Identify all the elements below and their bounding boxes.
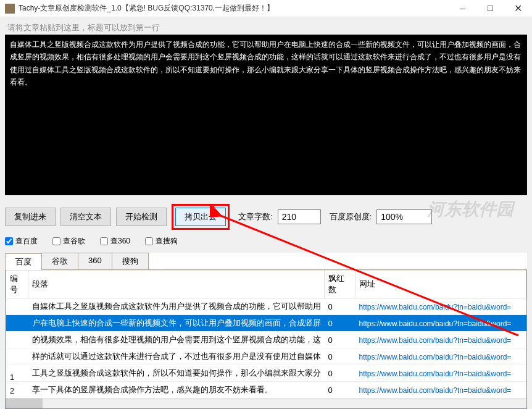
- cell-url: https://www.baidu.com/baidu?tn=baidu&wor…: [355, 348, 526, 365]
- window-controls: ─ ☐ ✕: [449, 0, 532, 17]
- tab-baidu[interactable]: 百度: [5, 253, 42, 270]
- cell-num: [6, 348, 28, 365]
- maximize-button[interactable]: ☐: [476, 0, 504, 17]
- table-row[interactable]: 工具之竖版视频合成这款软件的，所以不知道要如何操作，那么小编就来跟大家分0htt…: [6, 365, 526, 382]
- cell-red: 0: [325, 382, 355, 398]
- cell-para: 自媒体工具之竖版视频合成这款软件为用户提供了视频合成的功能，它可以帮助用: [28, 298, 325, 315]
- result-link[interactable]: https://www.baidu.com/baidu?tn=baidu&wor…: [359, 353, 512, 361]
- cell-para: 享一下具体的竖屏视频合成操作方法吧，感兴趣的朋友不妨来看看。: [28, 382, 325, 398]
- article-content: 自媒体工具之竖版视频合成这款软件为用户提供了视频合成的功能，它可以帮助用户在电脑…: [10, 38, 522, 89]
- table-row[interactable]: 的视频效果，相信有很多处理视频的用户会需要用到这个竖屏视频合成的功能，这0htt…: [6, 332, 526, 348]
- results-table-wrap: 编号 段落 飘红数 网址 自媒体工具之竖版视频合成这款软件为用户提供了视频合成的…: [5, 270, 527, 409]
- row-number: 1: [6, 370, 18, 384]
- button-row: 复制进来 清空文本 开始检测 拷贝出去 文章字数: 百度原创度:: [5, 204, 527, 230]
- col-header-red[interactable]: 飘红数: [325, 271, 355, 298]
- cell-num: [6, 332, 28, 348]
- cell-red: 0: [325, 365, 355, 382]
- col-header-num[interactable]: 编号: [6, 271, 28, 298]
- cell-para: 户在电脑上快速的合成一些新的视频文件，可以让用户叠加视频的画面，合成竖屏: [28, 315, 325, 332]
- scrollbar-track: [6, 398, 526, 408]
- extra-row-numbers: 12: [6, 370, 18, 397]
- cell-red: 0: [325, 315, 355, 332]
- minimize-button[interactable]: ─: [449, 0, 476, 17]
- checkbox-row: 查百度 查谷歌 查360 查搜狗: [5, 236, 527, 247]
- table-row[interactable]: 自媒体工具之竖版视频合成这款软件为用户提供了视频合成的功能，它可以帮助用0htt…: [6, 298, 526, 315]
- check-sogou-box[interactable]: [145, 237, 153, 245]
- word-count-label: 文章字数:: [238, 211, 273, 222]
- cell-para: 工具之竖版视频合成这款软件的，所以不知道要如何操作，那么小编就来跟大家分: [28, 365, 325, 382]
- results-table: 编号 段落 飘红数 网址 自媒体工具之竖版视频合成这款软件为用户提供了视频合成的…: [6, 270, 526, 398]
- close-button[interactable]: ✕: [504, 0, 532, 17]
- table-row[interactable]: 样的话就可以通过这款软件来进行合成了，不过也有很多用户是没有使用过自媒体0htt…: [6, 348, 526, 365]
- cell-red: 0: [325, 348, 355, 365]
- cell-para: 样的话就可以通过这款软件来进行合成了，不过也有很多用户是没有使用过自媒体: [28, 348, 325, 365]
- check-google-box[interactable]: [52, 237, 60, 245]
- result-tabs: 百度 谷歌 360 搜狗: [5, 253, 527, 270]
- article-textarea[interactable]: 自媒体工具之竖版视频合成这款软件为用户提供了视频合成的功能，它可以帮助用户在电脑…: [5, 35, 527, 195]
- copy-out-button[interactable]: 拷贝出去: [175, 208, 226, 226]
- start-detect-button[interactable]: 开始检测: [116, 208, 167, 226]
- window-title: Tachy-文章原创度检测软件_1.0【紧急! BUG反馈QQ:31370,一起…: [19, 3, 449, 14]
- cell-para: 的视频效果，相信有很多处理视频的用户会需要用到这个竖屏视频合成的功能，这: [28, 332, 325, 348]
- cell-red: 0: [325, 332, 355, 348]
- check-360[interactable]: 查360: [100, 236, 130, 247]
- baidu-original-value[interactable]: [376, 209, 432, 224]
- row-number: 2: [6, 384, 18, 397]
- copy-in-button[interactable]: 复制进来: [5, 208, 56, 226]
- clear-button[interactable]: 清空文本: [60, 208, 111, 226]
- scrollbar-thumb[interactable]: [6, 398, 43, 408]
- app-icon: [5, 4, 15, 14]
- cell-num: [6, 298, 28, 315]
- check-baidu-box[interactable]: [5, 237, 13, 245]
- highlight-annotation: 拷贝出去: [172, 204, 230, 230]
- cell-red: 0: [325, 298, 355, 315]
- cell-url: https://www.baidu.com/baidu?tn=baidu&wor…: [355, 365, 526, 382]
- check-sogou[interactable]: 查搜狗: [145, 236, 178, 247]
- horizontal-scrollbar[interactable]: [6, 398, 526, 408]
- cell-url: https://www.baidu.com/baidu?tn=baidu&wor…: [355, 332, 526, 348]
- col-header-para[interactable]: 段落: [28, 271, 325, 298]
- result-link[interactable]: https://www.baidu.com/baidu?tn=baidu&wor…: [359, 319, 512, 328]
- cell-url: https://www.baidu.com/baidu?tn=baidu&wor…: [355, 315, 526, 332]
- result-link[interactable]: https://www.baidu.com/baidu?tn=baidu&wor…: [359, 386, 512, 395]
- tab-360[interactable]: 360: [78, 253, 112, 269]
- check-google[interactable]: 查谷歌: [52, 236, 85, 247]
- word-count-value[interactable]: [278, 209, 321, 224]
- tab-sogou[interactable]: 搜狗: [112, 253, 149, 269]
- cell-url: https://www.baidu.com/baidu?tn=baidu&wor…: [355, 382, 526, 398]
- col-header-url[interactable]: 网址: [355, 271, 526, 298]
- table-row[interactable]: 户在电脑上快速的合成一些新的视频文件，可以让用户叠加视频的画面，合成竖屏0htt…: [6, 315, 526, 332]
- paste-placeholder: 请将文章粘贴到这里，标题可以放到第一行: [5, 21, 527, 35]
- table-body: 自媒体工具之竖版视频合成这款软件为用户提供了视频合成的功能，它可以帮助用0htt…: [6, 298, 526, 398]
- result-link[interactable]: https://www.baidu.com/baidu?tn=baidu&wor…: [359, 336, 512, 345]
- cell-url: https://www.baidu.com/baidu?tn=baidu&wor…: [355, 298, 526, 315]
- table-row[interactable]: 享一下具体的竖屏视频合成操作方法吧，感兴趣的朋友不妨来看看。0https://w…: [6, 382, 526, 398]
- titlebar: Tachy-文章原创度检测软件_1.0【紧急! BUG反馈QQ:31370,一起…: [0, 0, 532, 17]
- check-360-box[interactable]: [100, 237, 108, 245]
- tab-google[interactable]: 谷歌: [41, 253, 78, 269]
- cell-num: [6, 315, 28, 332]
- baidu-original-label: 百度原创度:: [330, 211, 372, 222]
- result-link[interactable]: https://www.baidu.com/baidu?tn=baidu&wor…: [359, 303, 512, 311]
- result-link[interactable]: https://www.baidu.com/baidu?tn=baidu&wor…: [359, 369, 512, 378]
- check-baidu[interactable]: 查百度: [5, 236, 38, 247]
